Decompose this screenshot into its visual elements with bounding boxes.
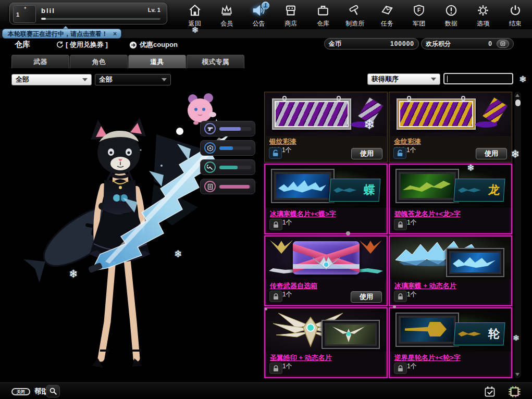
tab-characters[interactable]: 角色 <box>70 55 128 68</box>
namecard-icon <box>204 181 216 192</box>
nav-label: 任务 <box>371 19 403 28</box>
nav-clan[interactable]: F 军团 <box>403 2 436 28</box>
calendar-check-button[interactable] <box>482 384 498 398</box>
nav-label: 数据 <box>435 19 467 28</box>
search-input[interactable] <box>447 74 509 83</box>
item-card-dragon-namecard[interactable]: 龙 碧魄苍龙名片+<龙>字 剩余1个 <box>389 164 512 234</box>
nav-missions[interactable]: 任务 <box>371 2 403 28</box>
item-card-legendary-chest[interactable]: 传奇武器自选箱 剩余1个 使用 <box>264 235 388 306</box>
cat-mask-head <box>91 118 146 174</box>
nav-member[interactable]: 会员 <box>211 2 243 28</box>
notification-text: 本轮联赛正在进行中，请点击查看！ <box>8 30 108 38</box>
item-card-holy-wings[interactable]: 圣翼皓印 + 动态名片 剩余1个 <box>264 307 388 378</box>
item-title-link[interactable]: 传奇武器自选箱 <box>270 281 317 291</box>
nav-factory[interactable]: 制造所 <box>339 2 372 28</box>
gauge-bar <box>219 146 251 150</box>
chip-icon <box>508 385 521 398</box>
nav-label: 会员 <box>211 19 243 28</box>
coupon-link[interactable]: 优惠coupon <box>129 40 178 49</box>
item-title-link[interactable]: 冰璃寒蝶名片+<蝶>字 <box>270 209 336 219</box>
item-title-link[interactable]: 银纹彩漆 <box>269 137 296 146</box>
points-value: 0 <box>488 40 492 47</box>
scroll-up-icon[interactable] <box>515 94 519 97</box>
use-button[interactable]: 使用 <box>351 148 382 159</box>
nameplate: 轮 <box>453 322 505 345</box>
paint-bucket <box>357 97 383 125</box>
lock-icon <box>394 219 407 230</box>
tab-mode-exclusive[interactable]: 模式专属 <box>187 55 244 68</box>
tab-items[interactable]: 道具 <box>128 55 186 68</box>
nav-warehouse[interactable]: 仓库 <box>307 2 339 28</box>
points-detail-button[interactable] <box>497 40 509 48</box>
sub-header: 仓库 [ 使用兑换券 ] 优惠coupon 金币 100000 欢乐积分 0 <box>0 38 532 52</box>
item-card-ice-weapon[interactable]: 冰璃寒蝶 + 动态名片 剩余1个 <box>389 235 512 306</box>
use-button[interactable]: 使用 <box>351 291 382 303</box>
nav-shop[interactable]: 商店 <box>275 2 307 28</box>
pistol-icon <box>204 123 216 134</box>
crown-icon <box>211 3 243 19</box>
category-dropdown[interactable]: 全部 <box>11 74 92 85</box>
gold-balance: 金币 100000 <box>324 38 419 49</box>
grid-scrollbar[interactable] <box>514 92 521 378</box>
gold-label: 金币 <box>329 40 341 48</box>
item-title-link[interactable]: 金纹彩漆 <box>394 137 421 146</box>
sort-dropdown[interactable]: 获得顺序 <box>367 73 440 85</box>
briefcase-icon <box>307 3 339 19</box>
subcategory-dropdown[interactable]: 全部 <box>95 74 171 85</box>
item-card-starwheel-namecard[interactable]: 轮 逆界星轮名片+<轮>字 剩余1个 <box>389 307 512 378</box>
gauge-bar <box>219 166 251 169</box>
gold-wings-decor <box>270 240 293 254</box>
chip-button[interactable] <box>506 384 522 398</box>
gauge-gear <box>200 159 255 175</box>
paint-banner <box>397 98 476 130</box>
announcement-badge: 1 <box>262 2 269 9</box>
scrollbar-thumb[interactable] <box>515 99 521 106</box>
category-dropdown-value: 全部 <box>16 75 29 84</box>
lock-icon <box>269 291 282 302</box>
arrow-circle-icon <box>129 41 137 49</box>
nav-back[interactable]: 返回 <box>179 2 211 28</box>
nameplate-character: 轮 <box>488 328 500 340</box>
item-title-link[interactable]: 圣翼皓印 + 动态名片 <box>270 353 332 363</box>
player-name: blil <box>41 7 55 15</box>
game-warehouse-screen: ✦ 1 blil Lv. 1 返回 会员 1 公告 商店 <box>0 0 532 399</box>
search-button[interactable] <box>46 385 60 397</box>
close-icon[interactable]: × <box>113 30 117 38</box>
paper-icon <box>371 3 403 19</box>
tab-weapons[interactable]: 武器 <box>11 55 69 68</box>
nameplate-character: 蝶 <box>363 184 376 196</box>
points-balance: 欢乐积分 0 <box>421 38 514 49</box>
item-card-ice-namecard[interactable]: 蝶 冰璃寒蝶名片+<蝶>字 剩余1个 <box>264 164 388 234</box>
item-card-silver-paint[interactable]: 银纹彩漆 剩余1个 使用 <box>264 92 388 163</box>
use-voucher-link[interactable]: [ 使用兑换券 ] <box>56 40 108 49</box>
refresh-icon <box>56 41 64 48</box>
nav-label: 返回 <box>179 19 211 28</box>
lock-icon <box>269 219 282 230</box>
top-bar: ✦ 1 blil Lv. 1 返回 会员 1 公告 商店 <box>0 0 532 29</box>
item-title-link[interactable]: 碧魄苍龙名片+<龙>字 <box>394 209 461 219</box>
player-plaque[interactable]: ✦ 1 blil Lv. 1 <box>9 3 167 24</box>
help-toggle[interactable]: 关闭 <box>11 388 30 395</box>
shield-icon: F <box>403 3 436 19</box>
bottom-bar: 关闭 帮助 <box>0 382 532 399</box>
gauge-bar <box>219 127 251 131</box>
item-image <box>266 237 386 280</box>
league-notification[interactable]: 本轮联赛正在进行中，请点击查看！× <box>2 29 121 39</box>
nav-exit[interactable]: 结束 <box>499 2 531 28</box>
nav-stats[interactable]: 数据 <box>435 2 467 28</box>
item-image: 轮 <box>390 309 511 352</box>
points-label: 欢乐积分 <box>426 40 451 48</box>
orange-wings-decor <box>359 240 382 254</box>
stat-gauges <box>200 121 255 198</box>
category-tabs: 武器 角色 道具 模式专属 <box>11 55 244 68</box>
item-title-link[interactable]: 冰璃寒蝶 + 动态名片 <box>394 281 456 291</box>
scroll-down-icon[interactable] <box>515 373 519 376</box>
nav-label: 结束 <box>499 19 531 28</box>
snowflake-icon: ❄ <box>519 74 526 85</box>
namecard-frame <box>395 313 459 347</box>
item-card-gold-paint[interactable]: 金纹彩漆 剩余1个 使用 <box>389 92 512 163</box>
use-button[interactable]: 使用 <box>476 148 507 159</box>
nav-options[interactable]: 选项 <box>467 2 500 28</box>
nav-announcements[interactable]: 1 公告 <box>243 2 275 28</box>
item-title-link[interactable]: 逆界星轮名片+<轮>字 <box>394 353 461 363</box>
